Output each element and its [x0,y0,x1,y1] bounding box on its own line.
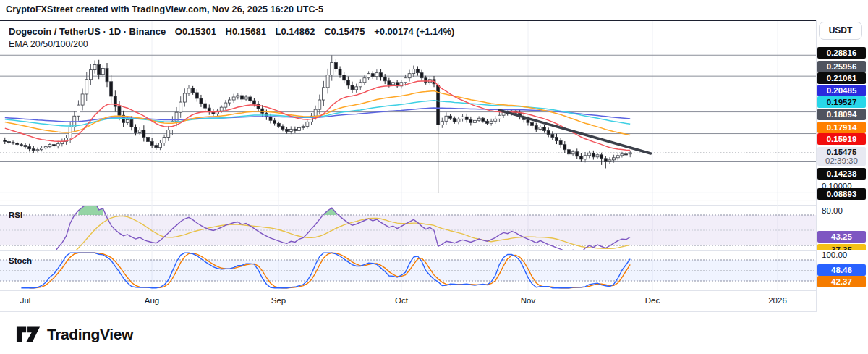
price-label: 0.14238 [817,168,866,180]
price-label: 43.25 [817,231,866,243]
price-label: 0.25956 [817,61,866,72]
price-label: 0.15919 [817,133,866,145]
price-scale[interactable]: 0.100000.288160.259560.210610.204850.195… [817,20,868,312]
symbol-title[interactable]: Dogecoin / TetherUS · 1D · Binance [9,26,166,37]
ema-indicator-legend[interactable]: EMA 20/50/100/200 [9,39,88,49]
ohlc-high: H0.15681 [226,26,266,37]
time-axis-label-2026[interactable]: 2026 [768,296,787,305]
price-label: 0.17914 [817,122,866,133]
tradingview-chart-window: CryptoFXStreet created with TradingView.… [0,0,868,354]
price-pane [0,55,816,201]
time-axis-label-sep[interactable]: Sep [271,296,286,305]
axis-label: 80.00 [822,206,843,215]
time-axis[interactable]: JulAugSepOctNovDec2026 [0,292,816,311]
downtrend-line [499,110,650,153]
price-label: 0.08893 [817,188,866,200]
symbol-row[interactable]: Dogecoin / TetherUS · 1D · Binance O0.15… [9,26,461,37]
rsi-pane [0,202,816,269]
time-axis-label-dec[interactable]: Dec [645,296,660,305]
current-price-label: 0.1547502:39:30 [817,147,866,166]
currency-toggle-button[interactable]: USDT [819,22,862,40]
ohlc-close: C0.15475 [324,26,365,37]
price-label: 48.46 [817,264,866,276]
ohlc-open: O0.15301 [175,26,216,37]
rsi-pane-label[interactable]: RSI [9,211,22,219]
time-axis-label-aug[interactable]: Aug [145,296,159,305]
stoch-pane [0,253,816,287]
month-gridlines [152,21,778,290]
time-axis-label-nov[interactable]: Nov [521,296,535,305]
ema-100-line [5,101,630,126]
price-label: 42.37 [817,276,866,287]
bar-countdown: 02:39:30 [817,156,866,165]
price-label: 0.19527 [817,96,866,108]
price-label: 0.28816 [817,47,866,59]
time-axis-label-jul[interactable]: Jul [20,296,31,305]
ohlc-low: L0.14862 [276,26,315,37]
current-price-value: 0.15475 [817,148,866,156]
time-axis-label-oct[interactable]: Oct [395,296,408,305]
price-change: +0.00174 (+1.14%) [374,26,454,37]
price-label: 0.21061 [817,72,866,84]
axis-label: 100.00 [822,251,847,259]
price-label: 0.18094 [817,109,866,120]
stoch-pane-label[interactable]: Stoch [9,256,32,265]
rsi-overbought-fill [79,202,103,215]
price-label: 0.20485 [817,85,866,96]
price-label: 37.35 [817,244,866,250]
